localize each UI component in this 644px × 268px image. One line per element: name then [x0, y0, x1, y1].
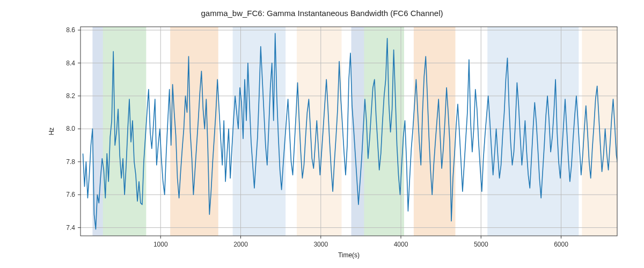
y-tick-label: 8.6 — [66, 26, 75, 34]
y-tick-label: 7.4 — [66, 224, 75, 232]
y-axis-ticks: 7.47.67.88.08.28.48.6 — [66, 26, 80, 232]
y-axis-label: Hz — [48, 128, 55, 136]
chart-title: gamma_bw_FC6: Gamma Instantaneous Bandwi… — [201, 9, 443, 18]
x-axis-ticks: 100020003000400050006000 — [153, 236, 568, 248]
x-tick-label: 6000 — [554, 241, 568, 248]
x-tick-label: 3000 — [313, 241, 328, 248]
chart: 100020003000400050006000 7.47.67.88.08.2… — [0, 0, 644, 268]
region-band — [170, 27, 218, 236]
x-tick-label: 5000 — [474, 241, 488, 248]
x-tick-label: 4000 — [394, 241, 408, 248]
y-tick-label: 8.0 — [66, 125, 75, 132]
x-tick-label: 2000 — [233, 241, 248, 248]
y-tick-label: 8.2 — [66, 92, 75, 100]
x-tick-label: 1000 — [153, 241, 168, 248]
y-tick-label: 7.6 — [66, 191, 75, 198]
x-axis-label: Time(s) — [338, 251, 360, 259]
y-tick-label: 8.4 — [66, 59, 75, 67]
region-band — [103, 27, 147, 236]
y-tick-label: 7.8 — [66, 158, 75, 166]
region-band — [297, 27, 342, 236]
region-band — [351, 27, 364, 236]
